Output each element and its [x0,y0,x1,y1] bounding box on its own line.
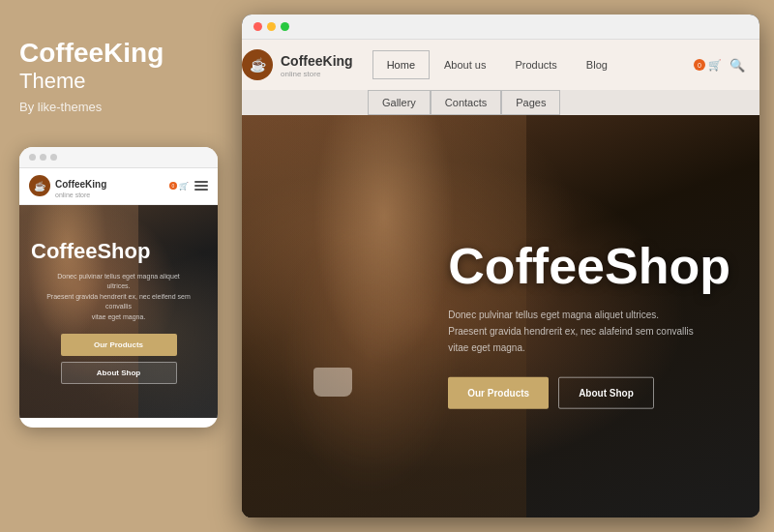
nav-item-gallery[interactable]: Gallery [368,90,431,115]
mobile-logo: ☕ CoffeeKing online store [29,174,106,198]
mobile-hero-content: CoffeeShop Donec pulvinar tellus eget ma… [31,239,206,385]
hamburger-line-2 [194,185,208,187]
nav-item-blog[interactable]: Blog [572,50,622,79]
desktop-brand-sub: online store [281,70,353,78]
mobile-btn-group: Our Products About Shop [31,334,206,384]
mobile-about-shop-button[interactable]: About Shop [61,362,177,384]
mobile-menu-button[interactable] [194,181,208,191]
desktop-dot-red [253,22,262,31]
nav-item-products[interactable]: Products [500,50,571,79]
desktop-hero-desc: Donec pulvinar tellus eget magna aliquet… [448,307,730,356]
desktop-cart-icon: 🛒 [708,59,722,72]
mobile-header: ☕ CoffeeKing online store 0 🛒 [19,168,218,205]
theme-subtitle: Theme [19,69,85,94]
desktop-mockup: ☕ CoffeeKing online store Home About us … [242,15,759,517]
desktop-hero-btns: Our Products About Shop [448,377,730,409]
mobile-dot-1 [29,154,36,161]
mobile-dot-3 [50,154,57,161]
mobile-header-right: 0 🛒 [169,181,208,191]
desktop-nav-row-2: Gallery Contacts Pages [242,90,759,115]
theme-by: By like-themes [19,100,102,114]
desktop-header-right: 0 🛒 🔍 [679,52,759,78]
desktop-search-icon[interactable]: 🔍 [729,58,745,73]
mobile-dot-2 [40,154,46,161]
desktop-cart-badge: 0 [694,59,705,71]
left-panel: CoffeeKing Theme By like-themes ☕ Coffee… [0,0,237,532]
mobile-hero-desc: Donec pulvinar tellus eget magna aliquet… [31,272,206,323]
desktop-hero-cup [313,368,352,397]
desktop-nav-links: Home About us Products Blog [372,50,679,79]
hamburger-line-3 [194,189,208,191]
desktop-dot-green [281,22,289,31]
mobile-titlebar [19,147,218,168]
desktop-titlebar [242,15,759,40]
desktop-brand-icon: ☕ [242,49,273,80]
mobile-cart[interactable]: 0 🛒 [169,182,189,191]
desktop-our-products-button[interactable]: Our Products [448,377,549,409]
mobile-hero: CoffeeShop Donec pulvinar tellus eget ma… [19,205,218,418]
desktop-brand[interactable]: ☕ CoffeeKing online store [242,40,353,90]
nav-item-contacts[interactable]: Contacts [431,90,501,115]
theme-title: CoffeeKing [19,39,164,69]
desktop-brand-name: CoffeeKing [281,53,353,69]
desktop-cart[interactable]: 0 🛒 [694,59,722,72]
mobile-our-products-button[interactable]: Our Products [61,334,177,356]
desktop-dot-yellow [267,22,276,31]
mobile-hero-bg: CoffeeShop Donec pulvinar tellus eget ma… [19,205,218,418]
nav-item-home[interactable]: Home [372,50,430,79]
desktop-hero-title: CoffeeShop [448,241,730,291]
mobile-mockup: ☕ CoffeeKing online store 0 🛒 [19,147,218,428]
desktop-hero: CoffeeShop Donec pulvinar tellus eget ma… [242,115,759,517]
desktop-site-header: ☕ CoffeeKing online store Home About us … [242,40,759,115]
hamburger-line-1 [194,181,208,183]
nav-item-about[interactable]: About us [430,50,500,79]
mobile-brand-icon: ☕ [29,175,50,196]
desktop-nav-row: ☕ CoffeeKing online store Home About us … [242,40,759,90]
mobile-hero-title: CoffeeShop [31,239,206,264]
nav-item-pages[interactable]: Pages [501,90,560,115]
desktop-brand-text-wrap: CoffeeKing online store [281,52,353,78]
desktop-about-shop-button[interactable]: About Shop [558,377,654,409]
desktop-hero-content: CoffeeShop Donec pulvinar tellus eget ma… [448,241,730,409]
mobile-brand-text: CoffeeKing online store [55,174,106,198]
mobile-cart-badge: 0 [169,182,177,190]
mobile-cart-icon: 🛒 [179,182,189,191]
